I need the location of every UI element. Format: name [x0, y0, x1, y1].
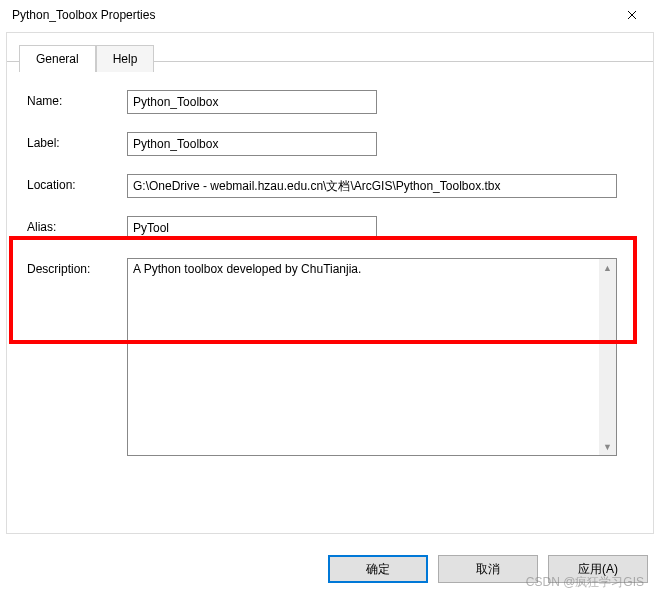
tab-help[interactable]: Help — [96, 45, 155, 72]
row-label: Label: — [27, 132, 635, 156]
label-description: Description: — [27, 258, 127, 276]
scroll-up-icon[interactable]: ▲ — [599, 259, 616, 276]
apply-button[interactable]: 应用(A) — [548, 555, 648, 583]
form-area: Name: Label: Location: Alias: Descriptio… — [17, 72, 643, 456]
tabs: General Help — [19, 45, 643, 72]
row-description: Description: ▲ ▼ — [27, 258, 635, 456]
scroll-down-icon[interactable]: ▼ — [599, 438, 616, 455]
close-button[interactable] — [612, 1, 652, 29]
label-location: Location: — [27, 174, 127, 192]
window-title: Python_Toolbox Properties — [12, 8, 155, 22]
row-name: Name: — [27, 90, 635, 114]
label-alias: Alias: — [27, 216, 127, 234]
tab-general[interactable]: General — [19, 45, 96, 72]
button-row: 确定 取消 应用(A) — [328, 555, 648, 583]
label-name: Name: — [27, 90, 127, 108]
description-field-wrap: ▲ ▼ — [127, 258, 617, 456]
description-textarea[interactable] — [128, 259, 599, 455]
close-icon — [627, 10, 637, 20]
description-scrollbar[interactable]: ▲ ▼ — [599, 259, 616, 455]
ok-button[interactable]: 确定 — [328, 555, 428, 583]
name-input[interactable] — [127, 90, 377, 114]
row-alias: Alias: — [27, 216, 635, 240]
alias-input[interactable] — [127, 216, 377, 240]
titlebar: Python_Toolbox Properties — [0, 0, 660, 30]
label-label: Label: — [27, 132, 127, 150]
label-input[interactable] — [127, 132, 377, 156]
row-location: Location: — [27, 174, 635, 198]
cancel-button[interactable]: 取消 — [438, 555, 538, 583]
dialog-body: General Help Name: Label: Location: Alia… — [6, 32, 654, 534]
location-input[interactable] — [127, 174, 617, 198]
